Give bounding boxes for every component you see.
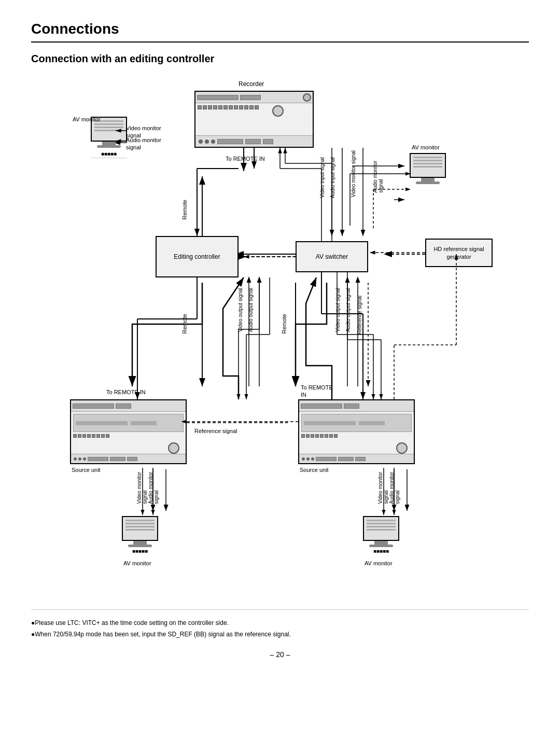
audio-output-signal-right-label: Audio output signal <box>345 288 351 332</box>
audio-monitor-signal-label: Audio monitorsignal <box>126 136 161 151</box>
reference-signal-right-label: Reference signal <box>357 296 362 335</box>
remote-left-label: Remote <box>181 200 188 220</box>
audio-monitor-signal-right-label: Audio monitorsignal <box>372 161 384 193</box>
av-monitor-top-left-label: AV monitor <box>73 116 101 123</box>
av-monitor-bottom-right: ■■■■■ <box>363 516 399 555</box>
footer-notes: ●Please use LTC: VITC+ as the time code … <box>31 609 529 640</box>
note-1: ●Please use LTC: VITC+ as the time code … <box>31 618 529 629</box>
remote-bottom-left-label: Remote <box>181 314 188 334</box>
video-monitor-signal-br-label: Video monitorsignal <box>377 472 389 504</box>
to-remote-in-bottom-right-label: To REMOTEIN <box>301 384 333 399</box>
to-remote-in-top-label: To REMOTE IN <box>226 156 265 162</box>
source-unit-left-label: Source unit <box>72 467 101 473</box>
av-monitor-bottom-right-label: AV monitor <box>365 560 393 566</box>
source-unit-right-label: Source unit <box>300 467 329 473</box>
video-input-signal-label: Video input signal <box>319 157 325 198</box>
page-title: Connections <box>31 21 529 43</box>
page-subtitle: Connection with an editing controller <box>31 53 529 65</box>
av-monitor-right-label: AV monitor <box>412 144 440 150</box>
source-unit-left-device <box>70 399 187 464</box>
recorder-device <box>194 91 314 148</box>
av-monitor-top-right <box>410 153 446 184</box>
av-switcher-device: AV switcher <box>296 241 368 272</box>
hd-generator-device: HD reference signalgenerator <box>425 239 493 267</box>
editing-controller-device: Editing controller <box>156 236 239 277</box>
source-unit-right-device <box>298 399 415 464</box>
video-output-signal-right-label: Video output signal <box>335 288 341 332</box>
audio-monitor-signal-br-label: Audio monitorsignal <box>389 472 400 504</box>
av-monitor-bottom-left: ■■■■■ <box>122 516 158 555</box>
diagram-area: Recorder ■■■■■ AV monitor Video monitors… <box>41 75 519 594</box>
audio-output-signal-left-label: Audio output signal <box>248 288 254 332</box>
page-number: – 20 – <box>31 650 529 659</box>
video-output-signal-left-label: Video output signal <box>237 288 243 332</box>
recorder-label: Recorder <box>239 80 264 88</box>
audio-monitor-signal-bl-label: Audio monitorsignal <box>148 472 159 504</box>
note-2: ●When 720/59.94p mode has been set, inpu… <box>31 629 529 640</box>
audio-input-signal-label: Audio input signal <box>330 157 335 198</box>
to-remote-in-bottom-left-label: To REMOTE IN <box>106 389 146 395</box>
page-container: Connections Connection with an editing c… <box>0 0 560 679</box>
reference-signal-label: Reference signal <box>194 428 237 434</box>
remote-bottom-mid-label: Remote <box>281 314 287 334</box>
av-monitor-bottom-left-label: AV monitor <box>123 560 151 566</box>
video-monitor-signal-right-label: Video monitor signal <box>351 150 356 197</box>
video-monitor-signal-bl-label: Video monitorsignal <box>136 472 148 504</box>
